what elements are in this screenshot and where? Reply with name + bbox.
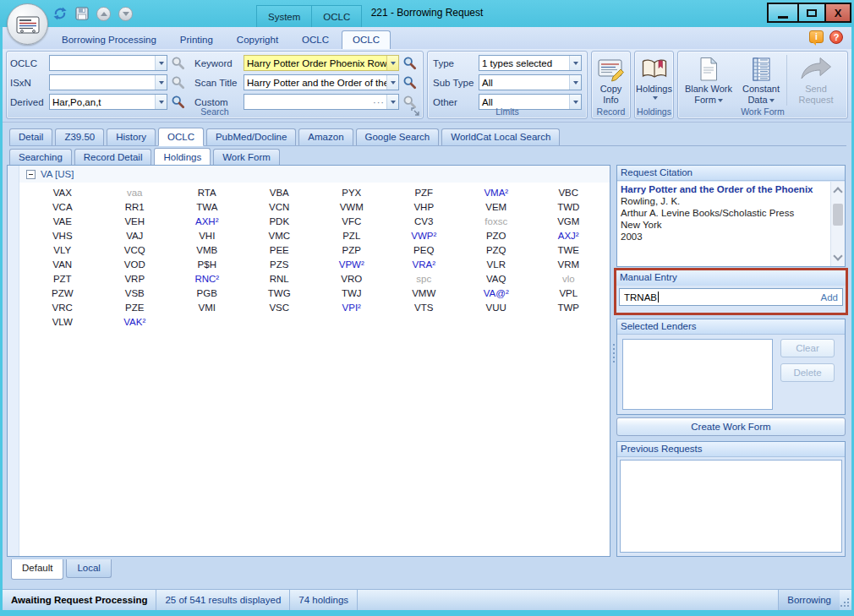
tab-z39-50[interactable]: Z39.50	[55, 128, 104, 145]
tab-amazon[interactable]: Amazon	[298, 128, 353, 145]
constant-data-button[interactable]: Constant Data	[736, 52, 786, 107]
holding-code-vmw[interactable]: VMW	[388, 288, 461, 298]
field-scan-title-combo[interactable]: Harry Potter and the Order of the ...	[244, 74, 399, 90]
holding-code-vrp[interactable]: VRP	[99, 274, 172, 284]
tab-history[interactable]: History	[107, 128, 156, 145]
subtab-work-form[interactable]: Work Form	[213, 149, 280, 166]
holding-code-vsb[interactable]: VSB	[99, 288, 172, 298]
holding-code-pzo[interactable]: PZO	[460, 231, 533, 241]
copy-info-button[interactable]: Copy Info	[592, 52, 630, 107]
holding-code-pzw[interactable]: PZW	[26, 288, 99, 298]
search-oclc-button[interactable]	[169, 55, 187, 72]
app-icon[interactable]	[7, 3, 48, 45]
holding-code-p-h[interactable]: P$H	[171, 259, 244, 270]
holdings-button[interactable]: Holdings	[635, 52, 673, 107]
dropdown-arrow-icon[interactable]	[569, 75, 581, 90]
manual-entry-input[interactable]: TRNAB Add	[619, 288, 843, 306]
subtab-holdings[interactable]: Holdings	[154, 148, 211, 166]
dropdown-arrow-icon[interactable]	[569, 56, 581, 70]
holding-code-vrc[interactable]: VRC	[26, 303, 99, 313]
scroll-down-icon[interactable]	[833, 251, 842, 260]
clear-button[interactable]: Clear	[780, 339, 835, 357]
add-button[interactable]: Add	[821, 292, 838, 303]
holding-code-vuu[interactable]: VUU	[460, 303, 533, 313]
send-request-button[interactable]: Send Request	[788, 52, 844, 107]
holding-code-vra[interactable]: VRA²	[388, 259, 461, 270]
create-work-form-button[interactable]: Create Work Form	[616, 417, 846, 436]
holding-code-vpw[interactable]: VPW²	[315, 259, 388, 270]
holding-code-vbc[interactable]: VBC	[533, 188, 605, 198]
scroll-up-icon[interactable]	[833, 187, 842, 196]
holding-code-vro[interactable]: VRO	[315, 274, 388, 284]
ellipsis-icon[interactable]: ···	[373, 97, 386, 107]
holding-code-vod[interactable]: VOD	[99, 259, 172, 270]
minimize-button[interactable]	[767, 3, 799, 23]
field-oclc-combo[interactable]	[49, 55, 167, 71]
blank-work-form-button[interactable]: Blank Work Form	[682, 52, 736, 107]
holding-code-vlo[interactable]: vlo	[533, 274, 605, 284]
holding-code-vfc[interactable]: VFC	[315, 216, 388, 226]
holding-code-vma[interactable]: VMA²	[460, 188, 533, 198]
holding-code-vlr[interactable]: VLR	[460, 259, 533, 270]
subtab-searching[interactable]: Searching	[9, 149, 72, 166]
holding-code-pzl[interactable]: PZL	[315, 231, 388, 241]
holdings-group-header[interactable]: VA [US]	[19, 166, 610, 183]
holding-code-twa[interactable]: TWA	[171, 202, 244, 212]
holding-code-twp[interactable]: TWP	[533, 303, 605, 313]
holding-code-va[interactable]: VA@²	[460, 288, 533, 298]
holding-code-pze[interactable]: PZE	[99, 303, 172, 313]
ribbon-tab-oclc[interactable]: OCLC	[291, 30, 340, 49]
holding-code-pzf[interactable]: PZF	[388, 188, 461, 198]
dropdown-arrow-icon[interactable]	[386, 56, 398, 70]
delete-button[interactable]: Delete	[780, 363, 835, 382]
holding-code-pzp[interactable]: PZP	[315, 245, 388, 255]
panel-splitter[interactable]	[610, 165, 616, 557]
view-tab-default[interactable]: Default	[11, 559, 63, 580]
holding-code-rnc[interactable]: RNC²	[171, 274, 244, 284]
previous-requests-list[interactable]	[620, 460, 842, 553]
holding-code-vak[interactable]: VAK²	[99, 317, 172, 327]
scroll-thumb[interactable]	[833, 204, 843, 226]
holding-code-rr1[interactable]: RR1	[99, 202, 172, 212]
holding-code-pzs[interactable]: PZS	[244, 259, 316, 270]
tab-detail[interactable]: Detail	[9, 128, 52, 145]
holding-code-vhp[interactable]: VHP	[388, 202, 461, 212]
holding-code-vhs[interactable]: VHS	[26, 231, 99, 241]
dialog-launcher-icon[interactable]	[411, 107, 420, 117]
holding-code-vae[interactable]: VAE	[26, 216, 99, 226]
ribbon-tab-printing[interactable]: Printing	[169, 30, 224, 49]
tab-worldcat-local-search[interactable]: WorldCat Local Search	[441, 128, 560, 145]
help-icon[interactable]: ?	[829, 30, 843, 44]
info-icon[interactable]: i	[809, 30, 824, 43]
holding-code-pyx[interactable]: PYX	[315, 188, 388, 198]
holding-code-vax[interactable]: VAX	[26, 188, 99, 198]
view-tab-local[interactable]: Local	[66, 559, 112, 578]
holding-code-axj[interactable]: AXJ²	[533, 231, 605, 241]
subtab-record-detail[interactable]: Record Detail	[74, 149, 152, 166]
holding-code-rnl[interactable]: RNL	[244, 274, 316, 284]
limit-type-combo[interactable]: 1 types selected	[479, 55, 582, 71]
holding-code-pzt[interactable]: PZT	[26, 274, 99, 284]
holding-code-vca[interactable]: VCA	[26, 202, 99, 212]
holding-code-twj[interactable]: TWJ	[315, 288, 388, 298]
holding-code-twe[interactable]: TWE	[533, 245, 605, 255]
field-keyword-combo[interactable]: Harry Potter Order Phoenix Rowling	[244, 55, 399, 71]
dropdown-arrow-icon[interactable]	[386, 75, 398, 90]
holding-code-vly[interactable]: VLY	[26, 245, 99, 255]
holding-code-vrm[interactable]: VRM	[533, 259, 605, 270]
holding-code-van[interactable]: VAN	[26, 259, 99, 270]
dropdown-arrow-icon[interactable]	[155, 56, 167, 70]
holding-code-vlw[interactable]: VLW	[26, 317, 99, 327]
holding-code-vcq[interactable]: VCQ	[99, 245, 172, 255]
holding-code-spc[interactable]: spc	[388, 274, 461, 284]
dropdown-arrow-icon[interactable]	[155, 75, 167, 90]
close-button[interactable]: X	[824, 3, 851, 23]
resize-grip-icon[interactable]	[840, 590, 851, 610]
search-isxn-button[interactable]	[169, 74, 187, 91]
holding-code-pzq[interactable]: PZQ	[460, 245, 533, 255]
holding-code-vba[interactable]: VBA	[244, 188, 316, 198]
holding-code-vwp[interactable]: VWP²	[388, 231, 461, 241]
holding-code-vaa[interactable]: vaa	[99, 188, 172, 198]
ribbon-tab-copyright[interactable]: Copyright	[226, 30, 289, 49]
holding-code-vmi[interactable]: VMI	[171, 303, 244, 313]
